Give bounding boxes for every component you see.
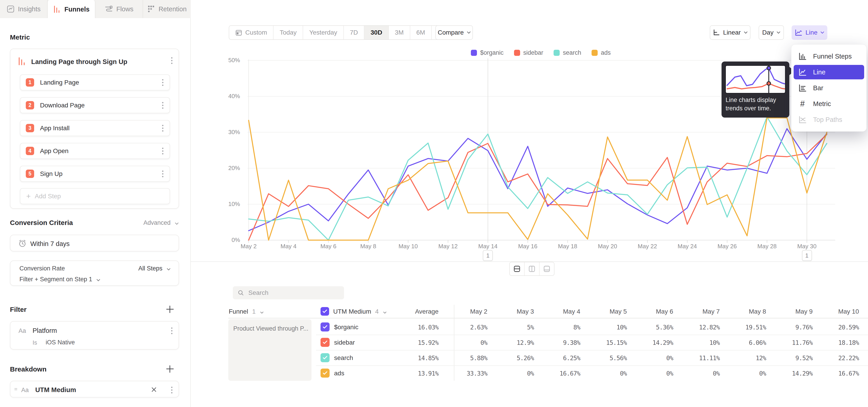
row-cell-value: 22.22% — [816, 354, 859, 362]
date-preset-3m[interactable]: 3M — [388, 26, 410, 39]
breakdown-card[interactable]: Aa UTM Medium — [10, 381, 179, 398]
row-name: sidebar — [334, 339, 355, 346]
x-tick-label: May 24 — [669, 243, 705, 250]
row-average-value: 14.85% — [384, 354, 438, 362]
funnel-step[interactable]: 2Download Page — [20, 97, 170, 113]
funnel-step[interactable]: 1Landing Page — [20, 74, 170, 90]
tab-funnels[interactable]: Funnels — [48, 0, 95, 19]
annotation-badge[interactable]: 1 — [483, 250, 493, 261]
menu-item-line[interactable]: Line — [794, 65, 864, 80]
chevron-down-icon — [820, 31, 824, 34]
legend-item-search[interactable]: search — [554, 49, 581, 56]
row-cell-value: 0% — [723, 370, 766, 377]
breakdown-kebab-icon[interactable] — [171, 387, 173, 394]
step-number-badge: 1 — [26, 78, 34, 87]
series-line-ads — [249, 118, 827, 240]
tab-retention[interactable]: Retention — [143, 0, 191, 18]
advanced-toggle[interactable]: Advanced — [143, 219, 179, 226]
select-all-checkbox[interactable] — [320, 307, 329, 316]
tab-insights[interactable]: Insights — [0, 0, 48, 18]
chevron-down-icon — [467, 31, 471, 34]
tab-label: Funnels — [64, 6, 90, 13]
layout-table-button[interactable] — [539, 262, 554, 275]
row-cell-value: 0% — [677, 370, 720, 377]
x-tick-label: May 14 — [470, 243, 506, 250]
menu-item-label: Line — [813, 68, 826, 76]
date-preset-6m[interactable]: 6M — [410, 26, 431, 39]
menu-item-funnel-steps[interactable]: Funnel Steps — [794, 49, 864, 64]
segment-on-step-select[interactable]: Filter + Segment on Step 1 — [20, 276, 100, 283]
breakdown-column-header[interactable]: UTM Medium 4 — [333, 308, 386, 315]
menu-item-metric[interactable]: # Metric — [794, 97, 864, 111]
row-checkbox[interactable] — [320, 322, 330, 332]
scale-select[interactable]: Linear — [710, 25, 750, 40]
legend-label: ads — [601, 49, 611, 56]
row-cell-value: 9.52% — [770, 354, 813, 362]
row-cell-value: 2.63% — [444, 324, 487, 331]
scale-label: Linear — [723, 29, 741, 36]
row-cell-value: 0% — [630, 354, 673, 362]
step-kebab-icon[interactable] — [162, 170, 164, 177]
funnel-step[interactable]: 4App Open — [20, 143, 170, 159]
step-kebab-icon[interactable] — [162, 102, 164, 109]
funnel-column-header[interactable]: Funnel 1 — [229, 308, 264, 315]
row-checkbox[interactable] — [320, 369, 330, 378]
search-input[interactable] — [248, 289, 339, 296]
breakdown-property-label: UTM Medium — [35, 386, 76, 394]
x-tick-label: May 4 — [270, 243, 307, 250]
funnel-step[interactable]: 3App Install — [20, 120, 170, 136]
line-chart-tooltip: Line charts display trends over time. — [721, 62, 789, 118]
menu-item-bar[interactable]: Bar — [794, 81, 864, 95]
layout-split-button[interactable] — [510, 262, 524, 275]
y-tick-label: 40% — [213, 93, 240, 100]
funnel-step[interactable]: 5Sign Up — [20, 166, 170, 182]
add-step-button[interactable]: + Add Step — [20, 188, 170, 204]
top-paths-icon — [798, 116, 807, 123]
date-preset-30d[interactable]: 30D — [364, 26, 388, 39]
conversion-window-card[interactable]: Within 7 days — [10, 235, 179, 251]
date-preset-yesterday[interactable]: Yesterday — [303, 26, 343, 39]
step-label: App Install — [40, 125, 162, 132]
chart-type-select[interactable]: Line — [792, 25, 827, 40]
filter-card[interactable]: Aa Platform Is iOS Native — [10, 321, 179, 350]
add-filter-button[interactable] — [165, 305, 175, 314]
preset-label: 3M — [395, 29, 404, 36]
average-column-header: Average — [396, 308, 438, 315]
legend-item-sidebar[interactable]: sidebar — [514, 49, 544, 56]
row-name: search — [334, 354, 353, 362]
tab-label: Flows — [116, 5, 133, 13]
row-cell-value: 10% — [677, 339, 720, 346]
add-breakdown-button[interactable] — [165, 365, 175, 374]
granularity-select[interactable]: Day — [758, 25, 784, 40]
row-checkbox[interactable] — [320, 353, 330, 362]
legend-swatch — [592, 50, 598, 56]
filter-kebab-icon[interactable] — [171, 327, 173, 334]
filter-operator: Is — [33, 339, 37, 346]
step-kebab-icon[interactable] — [162, 148, 164, 154]
legend-label: sidebar — [523, 49, 544, 56]
compare-button[interactable]: Compare — [435, 25, 473, 40]
annotation-badge[interactable]: 1 — [802, 250, 812, 261]
row-checkbox[interactable] — [320, 338, 330, 347]
conversion-rate-select[interactable]: All Steps — [138, 265, 170, 272]
step-label: Landing Page — [40, 79, 162, 86]
drag-handle-icon[interactable] — [13, 387, 18, 392]
chevron-down-icon — [777, 31, 780, 34]
step-kebab-icon[interactable] — [162, 79, 164, 86]
step-kebab-icon[interactable] — [162, 125, 164, 132]
layout-table-icon — [543, 265, 550, 272]
date-preset-custom[interactable]: Custom — [229, 26, 273, 39]
menu-item-top-paths[interactable]: Top Paths — [794, 113, 864, 127]
metric-card: Landing Page through Sign Up 1Landing Pa… — [10, 49, 179, 209]
date-preset-today[interactable]: Today — [273, 26, 303, 39]
row-cell-value: 16.67% — [537, 370, 580, 377]
date-preset-7d[interactable]: 7D — [343, 26, 364, 39]
remove-breakdown-icon[interactable] — [151, 387, 157, 393]
line-chart-icon — [795, 29, 802, 36]
clock-icon — [18, 239, 27, 248]
tab-flows[interactable]: Flows — [95, 0, 143, 18]
layout-chart-button[interactable] — [524, 262, 539, 275]
funnel-kebab-icon[interactable] — [171, 57, 173, 64]
legend-item-organic[interactable]: $organic — [471, 49, 504, 56]
legend-item-ads[interactable]: ads — [592, 49, 611, 56]
